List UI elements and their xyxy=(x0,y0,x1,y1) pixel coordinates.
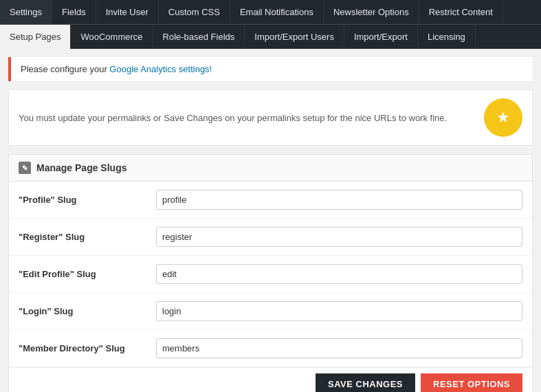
register-slug-input-wrapper xyxy=(156,227,522,247)
profile-slug-input-wrapper xyxy=(156,190,522,210)
tab-invite-user[interactable]: Invite User xyxy=(96,0,159,24)
buttons-row: SAVE CHANGES RESET OPTIONS xyxy=(9,367,532,392)
tab-setup-pages[interactable]: Setup Pages xyxy=(0,25,71,49)
warning-text: You must update your permalinks or Save … xyxy=(19,113,447,123)
tab-fields[interactable]: Fields xyxy=(52,0,96,24)
tab-email-notifications[interactable]: Email Notifications xyxy=(230,0,324,24)
member-directory-slug-input-wrapper xyxy=(156,338,522,358)
main-content: Please configure your Google Analytics s… xyxy=(0,49,541,392)
section-title: Manage Page Slugs xyxy=(36,162,126,173)
login-slug-input-wrapper xyxy=(156,301,522,321)
profile-slug-input[interactable] xyxy=(156,190,522,210)
tab-row-1: Settings Fields Invite User Custom CSS E… xyxy=(0,0,541,24)
permalink-warning: You must update your permalinks or Save … xyxy=(8,89,533,146)
tab-role-based-fields[interactable]: Role-based Fields xyxy=(153,25,245,49)
tab-import-export-users[interactable]: Import/Export Users xyxy=(245,25,344,49)
profile-slug-label: "Profile" Slug xyxy=(19,195,156,205)
manage-page-slugs-section: ✎ Manage Page Slugs "Profile" Slug "Regi… xyxy=(8,154,533,392)
google-analytics-alert: Please configure your Google Analytics s… xyxy=(8,57,533,81)
warning-icon xyxy=(484,98,522,137)
member-directory-slug-input[interactable] xyxy=(156,338,522,358)
member-directory-slug-row: "Member Directory" Slug xyxy=(9,330,532,367)
register-slug-label: "Register" Slug xyxy=(19,232,156,242)
tab-custom-css[interactable]: Custom CSS xyxy=(159,0,230,24)
tab-settings[interactable]: Settings xyxy=(0,0,52,24)
login-slug-row: "Login" Slug xyxy=(9,293,532,330)
register-slug-input[interactable] xyxy=(156,227,522,247)
reset-options-button[interactable]: RESET OPTIONS xyxy=(421,373,522,392)
alert-text-before: Please configure your xyxy=(21,64,109,74)
save-changes-button[interactable]: SAVE CHANGES xyxy=(316,373,415,392)
edit-profile-slug-input[interactable] xyxy=(156,264,522,284)
edit-icon: ✎ xyxy=(19,162,31,174)
tab-restrict-content[interactable]: Restrict Content xyxy=(419,0,503,24)
login-slug-input[interactable] xyxy=(156,301,522,321)
tab-woocommerce[interactable]: WooCommerce xyxy=(71,25,153,49)
tab-import-export[interactable]: Import/Export xyxy=(344,25,418,49)
section-header: ✎ Manage Page Slugs xyxy=(9,155,532,182)
google-analytics-link[interactable]: Google Analytics settings! xyxy=(109,64,212,74)
tab-licensing[interactable]: Licensing xyxy=(418,25,476,49)
tab-row-2: Setup Pages WooCommerce Role-based Field… xyxy=(0,24,541,49)
member-directory-slug-label: "Member Directory" Slug xyxy=(19,343,156,353)
register-slug-row: "Register" Slug xyxy=(9,219,532,256)
login-slug-label: "Login" Slug xyxy=(19,306,156,316)
profile-slug-row: "Profile" Slug xyxy=(9,182,532,219)
tab-newsletter-options[interactable]: Newsletter Options xyxy=(324,0,419,24)
edit-profile-slug-label: "Edit Profile" Slug xyxy=(19,269,156,279)
edit-profile-slug-row: "Edit Profile" Slug xyxy=(9,256,532,293)
edit-profile-slug-input-wrapper xyxy=(156,264,522,284)
